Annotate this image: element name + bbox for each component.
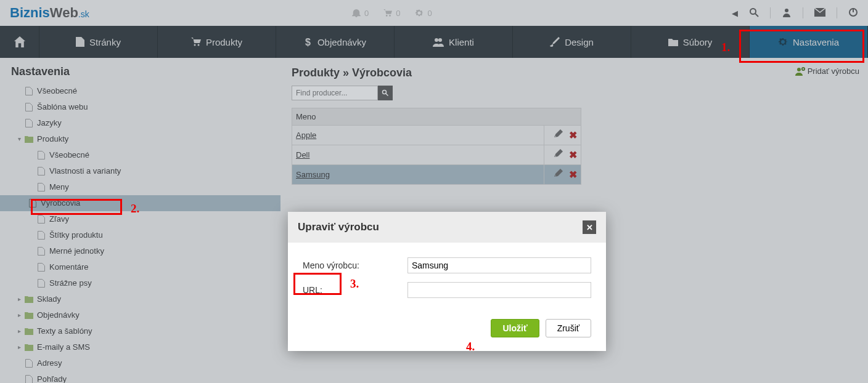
sidebar-item-produkty[interactable]: ▾Produkty bbox=[11, 131, 280, 147]
name-input[interactable] bbox=[407, 257, 591, 273]
mail-icon[interactable] bbox=[814, 8, 825, 18]
sidebar-item-label: Jazyky bbox=[37, 117, 62, 129]
sidebar-item-label: Komentáre bbox=[49, 261, 89, 273]
sidebar-item-p-meny[interactable]: Meny bbox=[11, 179, 280, 195]
file-icon bbox=[25, 375, 33, 383]
modal-footer: Uložiť Zrušiť bbox=[288, 313, 606, 351]
sidebar-tree: Všeobecné Šablóna webu Jazyky ▾Produkty … bbox=[11, 83, 280, 383]
brush-icon bbox=[550, 37, 560, 47]
producer-link[interactable]: Dell bbox=[296, 150, 309, 159]
sidebar-item-jazyky[interactable]: Jazyky bbox=[11, 115, 280, 131]
sidebar-item-label: Produkty bbox=[37, 133, 68, 145]
sidebar-item-p-vlastnosti[interactable]: Vlastnosti a varianty bbox=[11, 163, 280, 179]
search-box bbox=[292, 86, 412, 100]
sidebar-item-adresy[interactable]: Adresy bbox=[11, 355, 280, 371]
sidebar-item-sklady[interactable]: ▸Sklady bbox=[11, 291, 280, 307]
edit-icon[interactable] bbox=[554, 169, 563, 180]
table-header-name[interactable]: Meno bbox=[292, 108, 581, 126]
counter-bell[interactable]: 0 bbox=[352, 9, 369, 18]
sidebar-item-p-stitky[interactable]: Štítky produktu bbox=[11, 227, 280, 243]
sidebar-item-p-zlavy[interactable]: Zľavy bbox=[11, 211, 280, 227]
save-button[interactable]: Uložiť bbox=[491, 319, 539, 337]
sidebar-item-p-merne[interactable]: Merné jednotky bbox=[11, 243, 280, 259]
table-row[interactable]: Samsung ✖ bbox=[292, 165, 581, 185]
nav-klienti[interactable]: Klienti bbox=[395, 26, 513, 58]
nav-subory[interactable]: Súbory bbox=[631, 26, 750, 58]
expand-icon[interactable]: ▸ bbox=[15, 309, 23, 321]
add-producer-label: Pridať výrobcu bbox=[808, 67, 859, 76]
sidebar-item-vseobecne[interactable]: Všeobecné bbox=[11, 83, 280, 99]
sidebar-item-p-vyrobcovia[interactable]: Výrobcovia bbox=[0, 195, 280, 211]
file-icon bbox=[25, 103, 33, 111]
sidebar-item-pohlady[interactable]: Pohľady bbox=[11, 371, 280, 383]
delete-icon[interactable]: ✖ bbox=[569, 129, 577, 141]
modal-close-button[interactable]: ✕ bbox=[583, 220, 596, 234]
expand-icon[interactable]: ▸ bbox=[15, 341, 23, 353]
table-row[interactable]: Dell ✖ bbox=[292, 145, 581, 165]
gear-icon bbox=[778, 37, 788, 47]
separator bbox=[770, 7, 771, 18]
logo[interactable]: BiznisWeb.sk bbox=[10, 5, 89, 21]
counter-cart[interactable]: 0 bbox=[383, 9, 400, 18]
search-button[interactable] bbox=[378, 86, 393, 100]
sidebar-item-objednavky[interactable]: ▸Objednávky bbox=[11, 307, 280, 323]
folder-icon bbox=[25, 344, 33, 351]
gear-icon bbox=[415, 9, 424, 17]
collapse-icon[interactable]: ▾ bbox=[15, 133, 23, 145]
svg-point-0 bbox=[386, 15, 388, 17]
counter-value: 0 bbox=[364, 9, 369, 18]
folder-icon bbox=[25, 135, 33, 143]
nav-label: Objednávky bbox=[317, 37, 366, 47]
logo-tld: .sk bbox=[78, 9, 89, 19]
svg-point-12 bbox=[438, 38, 442, 42]
file-icon bbox=[38, 247, 45, 256]
edit-icon[interactable] bbox=[554, 149, 563, 161]
search-input[interactable] bbox=[292, 86, 378, 100]
svg-point-1 bbox=[389, 15, 391, 17]
file-icon bbox=[38, 183, 45, 191]
sidebar-item-texty[interactable]: ▸Texty a šablóny bbox=[11, 323, 280, 339]
folder-icon bbox=[25, 328, 33, 335]
sidebar-item-p-komentare[interactable]: Komentáre bbox=[11, 259, 280, 275]
edit-icon[interactable] bbox=[554, 129, 563, 141]
dollar-icon: $ bbox=[304, 37, 313, 47]
modal-body: Meno výrobcu: URL: bbox=[288, 243, 606, 313]
delete-icon[interactable]: ✖ bbox=[569, 149, 577, 161]
sidebar-item-emaily[interactable]: ▸E-maily a SMS bbox=[11, 339, 280, 355]
file-icon bbox=[38, 215, 45, 224]
logo-part2: Web bbox=[50, 5, 78, 20]
home-icon bbox=[14, 36, 25, 47]
table-row[interactable]: Apple ✖ bbox=[292, 126, 581, 145]
delete-icon[interactable]: ✖ bbox=[569, 169, 577, 180]
user-icon[interactable] bbox=[782, 7, 792, 19]
add-producer-link[interactable]: Pridať výrobcu bbox=[795, 67, 859, 76]
search-icon[interactable] bbox=[749, 7, 759, 19]
power-icon[interactable] bbox=[848, 7, 858, 19]
modal-header: Upraviť výrobcu ✕ bbox=[288, 212, 606, 243]
producer-link[interactable]: Apple bbox=[296, 131, 316, 140]
nav-objednavky[interactable]: $ Objednávky bbox=[276, 26, 395, 58]
form-row-name: Meno výrobcu: bbox=[303, 257, 591, 273]
sidebar-item-sablona[interactable]: Šablóna webu bbox=[11, 99, 280, 115]
form-row-url: URL: bbox=[303, 282, 591, 298]
svg-point-8 bbox=[194, 44, 195, 46]
nav-design[interactable]: Design bbox=[513, 26, 631, 58]
expand-icon[interactable]: ▸ bbox=[15, 325, 23, 337]
add-user-icon bbox=[795, 67, 805, 76]
sidebar-item-p-vseobecne[interactable]: Všeobecné bbox=[11, 147, 280, 163]
nav-stranky[interactable]: Stránky bbox=[39, 26, 158, 58]
counter-gear[interactable]: 0 bbox=[415, 9, 432, 18]
nav-produkty[interactable]: Produkty bbox=[158, 26, 276, 58]
nav-nastavenia[interactable]: Nastavenia bbox=[750, 26, 868, 58]
url-label: URL: bbox=[303, 285, 407, 295]
url-input[interactable] bbox=[407, 282, 591, 298]
expand-icon[interactable]: ▸ bbox=[15, 293, 23, 305]
sidebar-item-p-strazne[interactable]: Strážne psy bbox=[11, 275, 280, 291]
folder-icon bbox=[668, 38, 678, 46]
sidebar-item-label: Šablóna webu bbox=[37, 101, 88, 113]
sidebar-item-label: Objednávky bbox=[37, 309, 80, 321]
nav-home[interactable] bbox=[0, 26, 39, 58]
cancel-button[interactable]: Zrušiť bbox=[546, 319, 591, 337]
back-icon[interactable]: ◀ bbox=[732, 9, 738, 18]
producer-link[interactable]: Samsung bbox=[296, 170, 330, 179]
